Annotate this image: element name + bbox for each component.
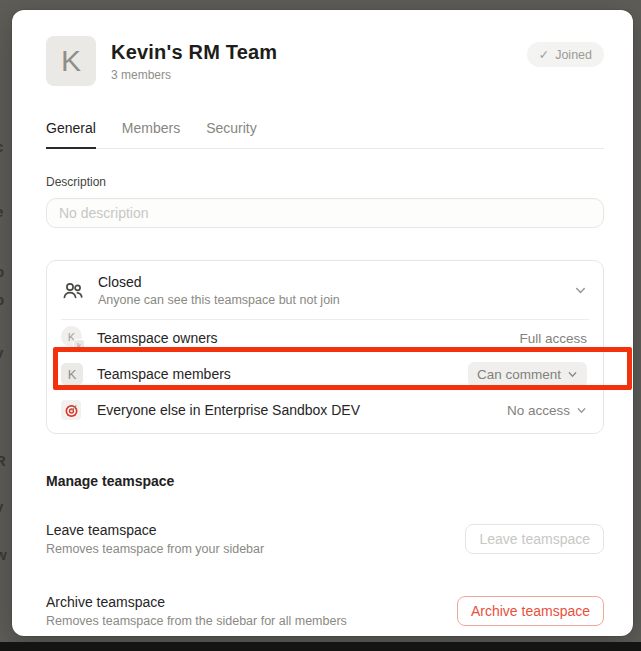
permission-level-value: No access: [507, 403, 570, 418]
member-count: 3 members: [111, 68, 527, 82]
permission-row-members[interactable]: K Teamspace members Can comment: [47, 356, 603, 392]
background-fragment: e: [0, 203, 3, 220]
background-fragment: w: [0, 546, 7, 563]
background-fragment: v: [0, 344, 3, 361]
leave-teamspace-subtitle: Removes teamspace from your sidebar: [46, 542, 465, 556]
leave-teamspace-title: Leave teamspace: [46, 522, 465, 538]
permission-row-label: Teamspace members: [97, 366, 468, 382]
joined-badge-label: Joined: [555, 48, 592, 62]
permission-level-everyone-dropdown[interactable]: No access: [507, 403, 587, 418]
chevron-down-icon: [567, 369, 578, 380]
teamspace-settings-dialog: K Kevin's RM Team 3 members ✓ Joined Gen…: [12, 10, 633, 636]
archive-teamspace-title: Archive teamspace: [46, 594, 457, 610]
screen-bottom-edge: [0, 642, 641, 651]
chevron-down-icon: [576, 405, 587, 416]
check-icon: ✓: [539, 47, 549, 62]
permission-level-members-dropdown[interactable]: Can comment: [468, 362, 587, 387]
tab-members[interactable]: Members: [122, 120, 180, 148]
permission-row-owners[interactable]: K k Teamspace owners Full access: [47, 320, 603, 356]
description-input[interactable]: [46, 198, 604, 228]
background-fragment: c: [0, 138, 3, 155]
background-fragment: o: [0, 263, 4, 280]
background-fragment: o: [0, 291, 4, 308]
teamspace-avatar: K: [46, 36, 96, 86]
manage-teamspace-heading: Manage teamspace: [46, 473, 604, 489]
workspace-icon-cell: [61, 400, 85, 420]
chevron-down-icon: [574, 284, 587, 297]
members-avatar: K: [61, 363, 85, 385]
permission-row-label: Teamspace owners: [97, 330, 519, 346]
permission-row-everyone[interactable]: Everyone else in Enterprise Sandbox DEV …: [47, 392, 603, 428]
access-level-text: Closed Anyone can see this teamspace but…: [98, 274, 574, 307]
avatar: k: [73, 339, 85, 351]
permission-row-label: Everyone else in Enterprise Sandbox DEV: [97, 402, 507, 418]
tab-security[interactable]: Security: [206, 120, 257, 148]
access-level-subtitle: Anyone can see this teamspace but not jo…: [98, 293, 574, 307]
leave-teamspace-button[interactable]: Leave teamspace: [465, 524, 604, 554]
people-icon: [61, 279, 85, 303]
archive-teamspace-texts: Archive teamspace Removes teamspace from…: [46, 594, 457, 628]
background-fragment: R: [0, 452, 6, 469]
access-level-selector[interactable]: Closed Anyone can see this teamspace but…: [47, 261, 603, 319]
workspace-target-icon: [61, 400, 81, 420]
joined-badge[interactable]: ✓ Joined: [527, 42, 604, 67]
dialog-header: K Kevin's RM Team 3 members ✓ Joined: [46, 36, 604, 86]
archive-teamspace-row: Archive teamspace Removes teamspace from…: [46, 594, 604, 628]
access-level-title: Closed: [98, 274, 574, 290]
archive-teamspace-subtitle: Removes teamspace from the sidebar for a…: [46, 614, 457, 628]
settings-tabs: General Members Security: [46, 120, 604, 149]
background-fragment: v: [0, 498, 3, 515]
screen: { "background": { "fragments": [ {"ch": …: [0, 0, 641, 651]
archive-teamspace-button[interactable]: Archive teamspace: [457, 596, 604, 626]
avatar: K: [61, 363, 83, 385]
permissions-panel: Closed Anyone can see this teamspace but…: [46, 260, 604, 434]
teamspace-title: Kevin's RM Team: [111, 41, 527, 64]
description-label: Description: [46, 175, 604, 189]
leave-teamspace-texts: Leave teamspace Removes teamspace from y…: [46, 522, 465, 556]
permission-level-value: Can comment: [477, 367, 561, 382]
owners-avatar-stack: K k: [61, 326, 85, 350]
tab-general[interactable]: General: [46, 120, 96, 149]
permission-level-owners: Full access: [519, 331, 587, 346]
leave-teamspace-row: Leave teamspace Removes teamspace from y…: [46, 522, 604, 556]
header-titles: Kevin's RM Team 3 members: [111, 41, 527, 82]
